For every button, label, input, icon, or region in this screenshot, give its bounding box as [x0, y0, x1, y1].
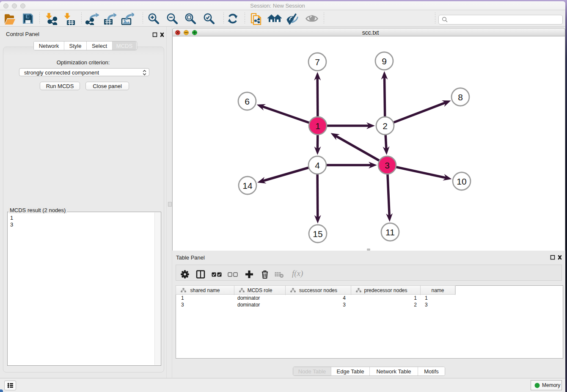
svg-text:4: 4: [315, 160, 320, 170]
svg-text:7: 7: [315, 57, 320, 67]
svg-text:11: 11: [385, 227, 395, 237]
svg-text:2: 2: [383, 121, 388, 131]
svg-text:14: 14: [242, 181, 253, 190]
svg-text:9: 9: [382, 56, 387, 66]
svg-text:1: 1: [315, 121, 320, 131]
svg-text:10: 10: [457, 177, 466, 186]
svg-text:6: 6: [245, 97, 250, 106]
svg-text:8: 8: [458, 92, 463, 102]
svg-text:3: 3: [385, 160, 390, 170]
svg-text:15: 15: [313, 229, 322, 239]
